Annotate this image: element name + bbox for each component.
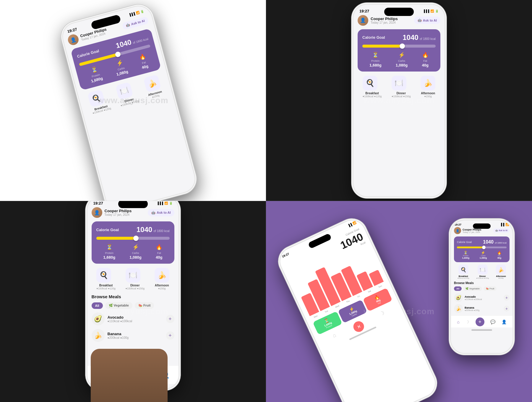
meal-afternoon-tr: 🍌 Afternoon ●150g [421,76,435,98]
calorie-value-tl: 1040 [115,38,132,50]
filter-small: All 🌿 Vegetable 🍉 Fruit [454,286,510,291]
macro-row-tr: ⏳ Protein 1,680g ⚡ Carbs 1,080g 🔥 [362,52,436,67]
signal-icons-bl: ▐▐▐📶🔋 [157,202,172,205]
fat-icon-tl: 🔥 [138,53,146,61]
add-banana-btn-bl[interactable]: + [166,331,174,340]
phone-screen-tl: 19:27 ▐▐▐📶🔋 👤 Cooper Philips Today 17 ja… [60,3,197,201]
meal-categories-bl: 🍳 Breakfast ●150kcal ●120g 🍽️ Dinner ●15… [92,268,174,290]
calorie-title-tr: Calorie Goal [362,35,385,40]
macro-protein-tr: ⏳ Protein 1,680g [369,52,381,67]
meal-cats-small: 🍳 Breakfast ●50kcal ●120g 🍽️ Dinner ●150… [454,265,510,279]
calorie-max-tl: 1800 kcal [135,37,148,43]
calorie-value-tr: 1040 [403,33,418,41]
meal-breakfast-tl: 🍳 Breakfast ●150kcal ●120g [87,88,111,114]
calorie-card-small: Calorie Goal 1040 of 1800 kcal ⏳ Protein [454,236,510,262]
macro-carbs-tl: ⚡ Carbs 1,080g [113,58,129,77]
add-avocado-btn-bl[interactable]: + [166,315,174,323]
quadrant-top-left: www.anyusj.com 19:27 ▐▐▐📶🔋 👤 Coo [0,0,266,201]
ask-ai-btn-bl[interactable]: 🤖 Ask to AI [148,209,174,216]
meal-avocado-bl: 🥑 Avocado ●110kcal ●100kcal + [92,312,174,325]
phone-screen-tr: 19:27 ▐▐▐📶🔋 👤 Cooper Philips Today 17 ja… [353,5,445,196]
avocado-small: 🥑 Avocado ●110kcal ●100kcal + [454,293,510,302]
nav-small: ⌂ ☽ + 💬 👤 [451,315,512,328]
progress-thumb-tr [400,43,405,49]
meal-afternoon-tl: 🍌 Afternoon ●150g [143,74,163,99]
progress-fill-tr [362,45,405,48]
phone-screen-br-small: 19:27 ▐▐📶 👤 Cooper Philips Today 17 jan,… [451,221,512,353]
meal-banana-bl: 🍌 Banana ●200kcal ●100g + [92,329,174,342]
user-info-tr: 👤 Cooper Philips Today 17 jan, 2024 [358,15,398,26]
small-phone-content: 👤 Cooper Philips Today 17 jan, 2024 🤖 As… [451,227,512,313]
phone-br-small: 19:27 ▐▐📶 👤 Cooper Philips Today 17 jan,… [449,219,514,355]
meal-breakfast-tr: 🍳 Breakfast ●150kcal ●120g [363,76,382,98]
hand-illustration [91,349,168,402]
meal-dinner-tr: 🍽️ Dinner ●150kcal ●150g [392,76,411,98]
calorie-card-tr: Calorie Goal 1040 of 1800 kcal [358,29,440,72]
banana-small: 🍌 Banana ●200kcal ●100g + [454,304,510,313]
quadrant-bottom-right: www.anyusj.com 19:27 ▐▐📶 Calorie Goal 10… [266,201,532,402]
phone-tr: 19:27 ▐▐▐📶🔋 👤 Cooper Philips Today 17 ja… [352,3,446,198]
progress-bar-tr [362,45,436,48]
carbs-icon-tl: ⚡ [116,59,124,67]
ask-ai-btn-tr[interactable]: 🤖 Ask to AI [414,17,440,24]
phone-br-big: 19:27 ▐▐📶 Calorie Goal 1040 Kcal [274,214,442,402]
calorie-card-bl: Calorie Goal 1040 of 1800 kcal [92,221,174,264]
progress-bar-bl [96,237,170,240]
chart-content: Calorie Goal 1040 Kcal Mon [279,223,406,357]
browse-title-bl: Browse Meals [92,294,174,299]
signal-icons-tl: ▐▐▐📶🔋 [128,9,144,17]
time-tr: 19:27 [359,9,369,13]
notch-bl [118,201,148,208]
ask-ai-icon-tl: 🤖 [125,22,130,27]
macro-fat-tr: 🔥 Fat 40g [422,52,428,67]
ask-ai-icon-tr: 🤖 [418,18,422,22]
user-info-bl: 👤 Cooper Philips Today 17 jan, 2024 [92,207,132,218]
meal-categories-tr: 🍳 Breakfast ●150kcal ●120g 🍽️ Dinner ●15… [358,76,440,98]
signal-icons-tr: ▐▐▐📶🔋 [423,9,439,13]
notch-tr [384,8,414,16]
app-header-tr: 👤 Cooper Philips Today 17 jan, 2024 🤖 As… [358,15,440,26]
quadrant-bottom-left: www.anyusj.com 19:27 ▐▐▐📶🔋 👤 Coope [0,201,266,402]
meal-dinner-tl: 🍽️ Dinner ●150kcal ●150g [115,81,139,107]
filter-fruit-bl[interactable]: 🍉 Fruit [135,302,154,309]
avatar-bl: 👤 [92,207,102,218]
macro-fat-tl: 🔥 Fat 40g [138,53,148,70]
filter-all-bl[interactable]: All [92,302,103,309]
user-text-bl: Cooper Philips Today 17 jan, 2024 [105,209,132,216]
user-date-bl: Today 17 jan, 2024 [105,213,132,216]
macro-protein-tl: ⏳ Protein 1,680g [87,65,103,83]
user-name-bl: Cooper Philips [105,209,132,213]
afternoon-icon-tl: 🍌 [143,74,161,92]
filter-row-bl: All 🌿 Vegetable 🍉 Fruit [92,302,174,309]
time-tl: 19:27 [67,27,77,34]
breakfast-icon-tl: 🍳 [87,89,105,107]
protein-icon-tl: ⏳ [90,66,98,74]
app-header-bl: 👤 Cooper Philips Today 17 jan, 2024 🤖 As… [92,207,174,218]
phone-screen-br-big: 19:27 ▐▐📶 Calorie Goal 1040 Kcal [276,216,439,402]
phone-tl: 19:27 ▐▐▐📶🔋 👤 Cooper Philips Today 17 ja… [58,1,200,201]
user-date-tr: Today 17 jan, 2024 [371,21,398,24]
calorie-title-tl: Calorie Goal [77,48,100,58]
time-bl: 19:27 [93,201,103,205]
filter-veg-bl[interactable]: 🌿 Vegetable [105,302,132,309]
user-name-tr: Cooper Philips [371,17,398,21]
user-text-tr: Cooper Philips Today 17 jan, 2024 [371,17,398,24]
dinner-icon-tl: 🍽️ [115,82,133,100]
avatar-tr: 👤 [358,15,368,26]
quadrant-top-right: www.anyusj.com 19:27 ▐▐▐📶🔋 👤 Coo [266,0,532,201]
macro-carbs-tr: ⚡ Carbs 1,080g [396,52,408,67]
notch-br-small [473,223,491,229]
